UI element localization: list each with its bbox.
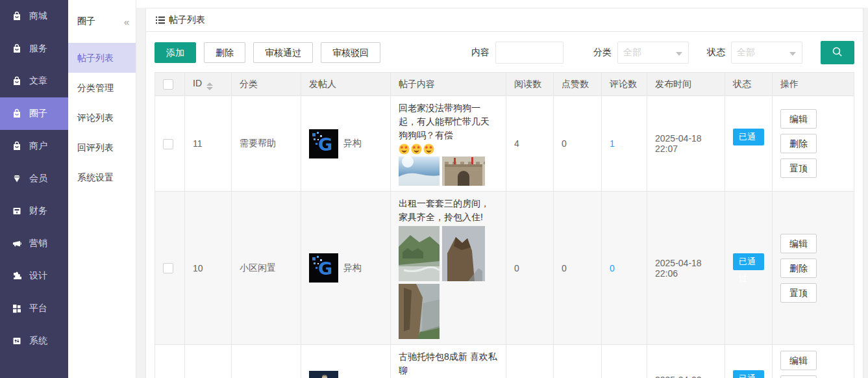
- post-image: [399, 284, 440, 339]
- row-checkbox[interactable]: [163, 139, 173, 149]
- column-likes: 点赞数: [554, 73, 602, 96]
- comments-count-link[interactable]: 0: [610, 263, 615, 273]
- submenu-item-reply-list[interactable]: 回评列表: [68, 132, 136, 162]
- finance-icon: [12, 206, 22, 216]
- submenu-item-comment-list[interactable]: 评论列表: [68, 103, 136, 132]
- sidebar-item-articles[interactable]: 文章: [0, 65, 68, 97]
- column-status: 状态: [725, 73, 773, 96]
- column-ops: 操作: [773, 73, 854, 96]
- cell-time: 2025-04-18 22:07: [647, 96, 725, 192]
- svg-text:G: G: [318, 258, 332, 279]
- sidebar-item-finance[interactable]: 财务: [0, 195, 68, 227]
- status-filter-label: 状态: [707, 47, 725, 58]
- cell-id: 10: [185, 192, 232, 345]
- sidebar-item-label: 商户: [29, 140, 47, 152]
- cell-category: 小区闲置: [232, 192, 301, 345]
- submenu-title: 圈子: [77, 16, 124, 27]
- main-content: 帖子列表 添加 删除 审核通过 审核驳回 内容 分类 全部: [136, 0, 868, 378]
- sidebar-item-design[interactable]: 设计: [0, 260, 68, 292]
- sidebar-item-label: 系统: [29, 335, 47, 347]
- cell-category: 需要帮助: [232, 96, 301, 192]
- column-poster: 发帖人: [301, 73, 391, 96]
- column-time: 发布时间: [647, 73, 725, 96]
- articles-icon: [12, 76, 22, 86]
- sidebar-item-marketing[interactable]: 营销: [0, 227, 68, 260]
- column-comments: 评论数: [602, 73, 647, 96]
- edit-button[interactable]: 编辑: [780, 234, 817, 253]
- submenu-item-system-settings[interactable]: 系统设置: [68, 162, 136, 192]
- sidebar-item-platform[interactable]: 平台: [0, 292, 68, 325]
- submenu-item-post-list[interactable]: 帖子列表: [68, 43, 136, 73]
- sidebar-item-label: 设计: [29, 270, 47, 282]
- search-button[interactable]: [821, 41, 854, 64]
- delete-row-button[interactable]: 删除: [780, 258, 817, 278]
- mall-icon: [12, 11, 22, 21]
- sidebar-item-label: 圈子: [29, 108, 47, 120]
- cell-time: 2025-04-18 22:06: [647, 192, 725, 345]
- system-icon: [12, 336, 22, 346]
- cell-time: 2025-04-02 22:04: [647, 345, 725, 378]
- sidebar-item-member[interactable]: 会员: [0, 162, 68, 195]
- sidebar-item-system[interactable]: 系统: [0, 325, 68, 357]
- content-filter-label: 内容: [471, 47, 490, 58]
- list-icon: [156, 16, 165, 25]
- category-filter-select[interactable]: 全部: [617, 42, 689, 64]
- cell-likes: 0: [554, 96, 602, 192]
- table-row: 9 小区闲置 阿祥 古驰托特包8成新 喜欢私聊: [155, 345, 854, 378]
- pin-top-button[interactable]: 置顶: [780, 283, 817, 303]
- delete-row-button[interactable]: 删除: [780, 134, 817, 153]
- sort-icon[interactable]: [206, 82, 213, 90]
- sidebar-item-merchant[interactable]: 商户: [0, 130, 68, 162]
- content-card: 帖子列表 添加 删除 审核通过 审核驳回 内容 分类 全部: [145, 8, 863, 378]
- services-icon: [12, 44, 22, 54]
- edit-button[interactable]: 编辑: [780, 109, 817, 129]
- delete-button[interactable]: 删除: [204, 42, 245, 63]
- post-content-text: 出租一套套三的房间，家具齐全，拎包入住!: [399, 197, 498, 224]
- add-button[interactable]: 添加: [155, 42, 196, 63]
- post-image: [399, 157, 440, 186]
- delete-row-button[interactable]: 删除: [780, 375, 817, 378]
- avatar: [309, 371, 338, 378]
- sidebar-item-services[interactable]: 服务: [0, 32, 68, 65]
- sidebar-item-circles[interactable]: 圈子: [0, 97, 68, 130]
- pin-top-button[interactable]: 置顶: [780, 158, 817, 178]
- sidebar-item-label: 商城: [29, 10, 47, 22]
- avatar: G: [309, 129, 338, 158]
- select-all-checkbox[interactable]: [163, 79, 173, 90]
- column-category: 分类: [232, 73, 301, 96]
- sidebar-item-mall[interactable]: 商城: [0, 0, 68, 32]
- poster-name: 异构: [343, 262, 362, 274]
- cell-reads: 4: [506, 96, 554, 192]
- post-image: [399, 226, 440, 281]
- approve-button[interactable]: 审核通过: [253, 42, 313, 63]
- member-icon: [12, 173, 22, 184]
- avatar: G: [309, 253, 338, 283]
- sidebar-item-label: 平台: [29, 303, 47, 314]
- status-badge: 已通过: [733, 129, 764, 145]
- category-filter-label: 分类: [593, 47, 612, 58]
- row-checkbox[interactable]: [163, 263, 173, 273]
- table-row: 11 需要帮助 G 异构 回老家没法带狗狗一起，有人能帮忙带几天狗狗吗？有偿: [155, 96, 854, 192]
- platform-icon: [12, 303, 22, 314]
- cell-reads: 0: [506, 192, 554, 345]
- edit-button[interactable]: 编辑: [780, 351, 817, 370]
- posts-table: ID 分类 发帖人 帖子内容 阅读数 点赞数 评论数 发布时间 状态 操作: [155, 72, 854, 378]
- sidebar-item-label: 财务: [29, 205, 47, 217]
- post-image: [442, 157, 485, 186]
- reject-button[interactable]: 审核驳回: [321, 42, 380, 63]
- comments-count-link[interactable]: 1: [610, 138, 615, 149]
- collapse-sidebar-icon[interactable]: «: [124, 16, 129, 27]
- submenu-item-category-manage[interactable]: 分类管理: [68, 73, 136, 103]
- sidebar-item-label: 会员: [29, 173, 47, 184]
- status-filter-select[interactable]: 全部: [731, 42, 802, 64]
- merchant-icon: [12, 141, 22, 151]
- sidebar-item-label: 文章: [29, 75, 47, 87]
- design-icon: [12, 271, 22, 281]
- svg-text:G: G: [318, 134, 332, 155]
- table-header-row: ID 分类 发帖人 帖子内容 阅读数 点赞数 评论数 发布时间 状态 操作: [155, 73, 854, 96]
- category-filter-value: 全部: [623, 47, 641, 58]
- content-filter-input[interactable]: [495, 42, 564, 64]
- cell-id: 9: [185, 345, 232, 378]
- secondary-sidebar: 圈子 « 帖子列表 分类管理 评论列表 回评列表 系统设置: [68, 0, 136, 378]
- star-struck-emoji-row: [399, 144, 498, 155]
